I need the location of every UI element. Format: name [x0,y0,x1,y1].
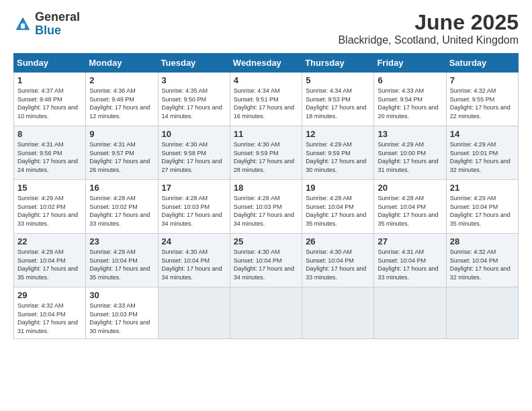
table-row: 5 Sunrise: 4:34 AMSunset: 9:53 PMDayligh… [302,73,374,126]
calendar-table: Sunday Monday Tuesday Wednesday Thursday… [13,53,519,338]
cell-info: Sunrise: 4:30 AMSunset: 9:59 PMDaylight:… [234,140,298,174]
day-number: 10 [162,129,226,139]
col-friday: Friday [374,54,446,73]
table-row: 15 Sunrise: 4:29 AMSunset: 10:02 PMDayli… [14,180,86,234]
day-number: 2 [89,75,154,85]
table-row [446,287,518,338]
day-number: 20 [378,183,442,193]
logo-blue-text: Blue [35,24,61,37]
cell-info: Sunrise: 4:29 AMSunset: 10:00 PMDaylight… [378,140,442,174]
cell-info: Sunrise: 4:34 AMSunset: 9:51 PMDaylight:… [234,87,298,120]
day-number: 6 [378,75,442,85]
cell-info: Sunrise: 4:28 AMSunset: 10:03 PMDaylight… [162,194,226,228]
month-title: June 2025 [338,11,519,34]
cell-info: Sunrise: 4:32 AMSunset: 10:04 PMDaylight… [17,302,82,335]
table-row: 19 Sunrise: 4:28 AMSunset: 10:04 PMDayli… [302,180,374,234]
cell-info: Sunrise: 4:34 AMSunset: 9:53 PMDaylight:… [306,87,370,120]
table-row: 28 Sunrise: 4:32 AMSunset: 10:04 PMDayli… [446,234,518,287]
location-title: Blackridge, Scotland, United Kingdom [338,34,519,46]
day-number: 29 [17,290,82,300]
day-number: 14 [450,129,515,139]
table-row: 30 Sunrise: 4:33 AMSunset: 10:03 PMDayli… [86,287,158,338]
cell-info: Sunrise: 4:37 AMSunset: 9:48 PMDaylight:… [17,87,82,120]
calendar-row: 15 Sunrise: 4:29 AMSunset: 10:02 PMDayli… [14,180,519,234]
table-row: 27 Sunrise: 4:31 AMSunset: 10:04 PMDayli… [374,234,446,287]
cell-info: Sunrise: 4:28 AMSunset: 10:04 PMDaylight… [306,194,370,228]
table-row: 10 Sunrise: 4:30 AMSunset: 9:58 PMDaylig… [158,126,230,180]
table-row: 22 Sunrise: 4:29 AMSunset: 10:04 PMDayli… [14,234,86,287]
logo-icon [13,15,32,34]
table-row [158,287,230,338]
cell-info: Sunrise: 4:33 AMSunset: 9:54 PMDaylight:… [378,87,442,120]
calendar-row: 29 Sunrise: 4:32 AMSunset: 10:04 PMDayli… [14,287,519,338]
cell-info: Sunrise: 4:29 AMSunset: 9:59 PMDaylight:… [306,140,370,174]
cell-info: Sunrise: 4:32 AMSunset: 9:55 PMDaylight:… [450,87,515,120]
table-row: 18 Sunrise: 4:28 AMSunset: 10:03 PMDayli… [230,180,302,234]
day-number: 12 [306,129,370,139]
table-row: 9 Sunrise: 4:31 AMSunset: 9:57 PMDayligh… [86,126,158,180]
col-sunday: Sunday [14,54,86,73]
table-row: 2 Sunrise: 4:36 AMSunset: 9:49 PMDayligh… [86,73,158,126]
cell-info: Sunrise: 4:29 AMSunset: 10:02 PMDaylight… [17,194,82,228]
day-number: 16 [89,183,154,193]
day-number: 27 [378,236,442,246]
table-row: 24 Sunrise: 4:30 AMSunset: 10:04 PMDayli… [158,234,230,287]
day-number: 15 [17,183,82,193]
col-thursday: Thursday [302,54,374,73]
col-saturday: Saturday [446,54,518,73]
cell-info: Sunrise: 4:33 AMSunset: 10:03 PMDaylight… [89,302,154,335]
col-wednesday: Wednesday [230,54,302,73]
calendar-row: 1 Sunrise: 4:37 AMSunset: 9:48 PMDayligh… [14,73,519,126]
day-number: 24 [162,236,226,246]
table-row: 25 Sunrise: 4:30 AMSunset: 10:04 PMDayli… [230,234,302,287]
cell-info: Sunrise: 4:28 AMSunset: 10:03 PMDaylight… [234,194,298,228]
table-row: 21 Sunrise: 4:29 AMSunset: 10:04 PMDayli… [446,180,518,234]
day-number: 21 [450,183,515,193]
cell-info: Sunrise: 4:35 AMSunset: 9:50 PMDaylight:… [162,87,226,120]
table-row: 23 Sunrise: 4:29 AMSunset: 10:04 PMDayli… [86,234,158,287]
cell-info: Sunrise: 4:29 AMSunset: 10:04 PMDaylight… [450,194,515,228]
cell-info: Sunrise: 4:28 AMSunset: 10:02 PMDaylight… [89,194,154,228]
table-row: 8 Sunrise: 4:31 AMSunset: 9:56 PMDayligh… [14,126,86,180]
day-number: 30 [89,290,154,300]
table-row: 13 Sunrise: 4:29 AMSunset: 10:00 PMDayli… [374,126,446,180]
day-number: 9 [89,129,154,139]
day-number: 26 [306,236,370,246]
cell-info: Sunrise: 4:36 AMSunset: 9:49 PMDaylight:… [89,87,154,120]
table-row: 6 Sunrise: 4:33 AMSunset: 9:54 PMDayligh… [374,73,446,126]
table-row [230,287,302,338]
cell-info: Sunrise: 4:32 AMSunset: 10:04 PMDaylight… [450,248,515,281]
cell-info: Sunrise: 4:28 AMSunset: 10:04 PMDaylight… [378,194,442,228]
cell-info: Sunrise: 4:30 AMSunset: 10:04 PMDaylight… [234,248,298,281]
cell-info: Sunrise: 4:30 AMSunset: 10:04 PMDaylight… [306,248,370,281]
logo-text: General Blue [35,11,80,38]
cell-info: Sunrise: 4:30 AMSunset: 10:04 PMDaylight… [162,248,226,281]
cell-info: Sunrise: 4:29 AMSunset: 10:04 PMDaylight… [89,248,154,281]
day-number: 17 [162,183,226,193]
table-row: 17 Sunrise: 4:28 AMSunset: 10:03 PMDayli… [158,180,230,234]
table-row: 12 Sunrise: 4:29 AMSunset: 9:59 PMDaylig… [302,126,374,180]
title-block: June 2025 Blackridge, Scotland, United K… [338,11,519,46]
calendar-header-row: Sunday Monday Tuesday Wednesday Thursday… [14,54,519,73]
calendar-row: 22 Sunrise: 4:29 AMSunset: 10:04 PMDayli… [14,234,519,287]
day-number: 7 [450,75,515,85]
day-number: 1 [17,75,82,85]
col-monday: Monday [86,54,158,73]
logo: General Blue [13,11,80,38]
day-number: 11 [234,129,298,139]
cell-info: Sunrise: 4:31 AMSunset: 10:04 PMDaylight… [378,248,442,281]
svg-rect-2 [21,24,25,28]
table-row [374,287,446,338]
header: General Blue June 2025 Blackridge, Scotl… [13,11,519,46]
table-row: 29 Sunrise: 4:32 AMSunset: 10:04 PMDayli… [14,287,86,338]
day-number: 22 [17,236,82,246]
table-row: 1 Sunrise: 4:37 AMSunset: 9:48 PMDayligh… [14,73,86,126]
table-row: 16 Sunrise: 4:28 AMSunset: 10:02 PMDayli… [86,180,158,234]
cell-info: Sunrise: 4:30 AMSunset: 9:58 PMDaylight:… [162,140,226,174]
day-number: 5 [306,75,370,85]
table-row: 20 Sunrise: 4:28 AMSunset: 10:04 PMDayli… [374,180,446,234]
day-number: 13 [378,129,442,139]
day-number: 19 [306,183,370,193]
logo-general-text: General [35,10,80,24]
day-number: 23 [89,236,154,246]
